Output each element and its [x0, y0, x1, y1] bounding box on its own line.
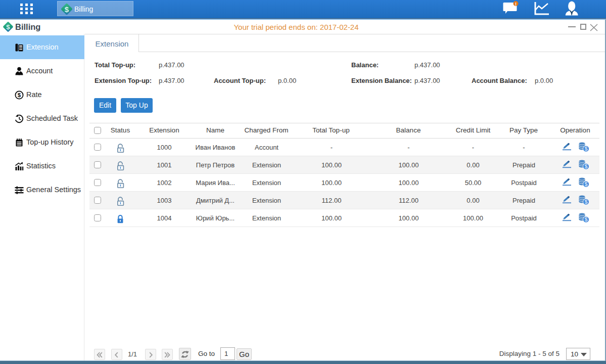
- svg-text:$: $: [584, 181, 587, 187]
- svg-text:$: $: [18, 92, 21, 98]
- svg-text:$: $: [584, 146, 587, 152]
- svg-text:$: $: [65, 5, 69, 14]
- svg-text:$: $: [584, 199, 587, 205]
- svg-text:$: $: [584, 163, 587, 169]
- svg-text:$: $: [584, 216, 587, 222]
- svg-text:!: !: [515, 2, 517, 7]
